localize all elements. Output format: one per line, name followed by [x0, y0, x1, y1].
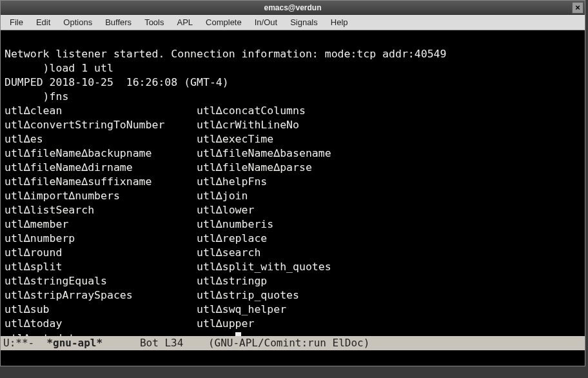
- menu-complete[interactable]: Complete: [199, 15, 248, 29]
- menu-apl[interactable]: APL: [170, 15, 199, 29]
- output-dumped: DUMPED 2018-10-25 16:26:08 (GMT-4): [5, 76, 229, 88]
- output-line: Network listener started. Connection inf…: [5, 48, 446, 60]
- menu-inout[interactable]: In/Out: [248, 15, 284, 29]
- emacs-window: emacs@verdun × File Edit Options Buffers…: [0, 0, 585, 366]
- modeline-info: Bot L34 (GNU-APL/Comint:run ElDoc): [103, 337, 369, 349]
- menu-buffers[interactable]: Buffers: [99, 15, 138, 29]
- command-load: )load 1 utl: [5, 62, 113, 74]
- modeline-flags: U:**-: [3, 337, 46, 349]
- menu-tools[interactable]: Tools: [138, 15, 170, 29]
- titlebar[interactable]: emacs@verdun ×: [1, 1, 585, 15]
- menu-signals[interactable]: Signals: [284, 15, 324, 29]
- minibuffer[interactable]: [1, 352, 585, 366]
- terminal-buffer[interactable]: Network listener started. Connection inf…: [1, 30, 585, 346]
- menu-edit[interactable]: Edit: [30, 15, 57, 29]
- menubar: File Edit Options Buffers Tools APL Comp…: [1, 15, 585, 30]
- menu-options[interactable]: Options: [57, 15, 99, 29]
- menu-file[interactable]: File: [3, 15, 30, 29]
- modeline-buffer: *gnu-apl*: [46, 337, 103, 349]
- fns-listing: utl∆clean utl∆concatColumns utl∆convertS…: [5, 104, 331, 344]
- close-icon[interactable]: ×: [572, 2, 583, 14]
- command-fns: )fns: [5, 90, 68, 103]
- menu-help[interactable]: Help: [324, 15, 355, 29]
- mode-line[interactable]: U:**- *gnu-apl* Bot L34 (GNU-APL/Comint:…: [1, 336, 585, 350]
- window-title: emacs@verdun: [1, 3, 585, 12]
